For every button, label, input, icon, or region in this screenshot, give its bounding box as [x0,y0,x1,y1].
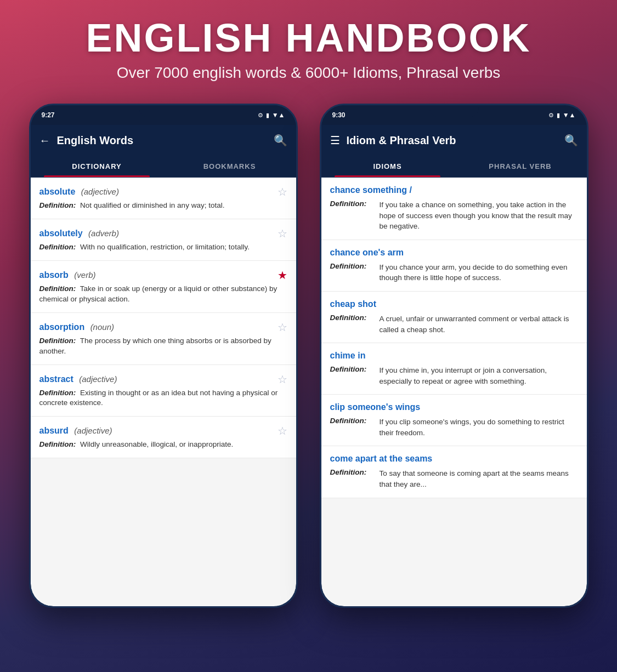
idiom-def-cheap-shot: A cruel, unfair or unwarranted comment o… [380,314,578,335]
word-absolutely: absolutely [39,229,83,238]
signal-icon-left: ▼▲ [272,111,285,119]
tabs-right: IDIOMS PHRASAL VERB [321,156,587,178]
idiom-def-chime-in: If you chime in, you interrupt or join a… [380,365,578,386]
phone-notch-left [139,105,188,117]
phone-screen-left: 9:27 ⚙ ▮ ▼▲ ← English Words 🔍 DICTIONARY [31,105,296,606]
menu-button-right[interactable]: ☰ [330,134,340,147]
idiom-def-row-clip-wings: Definition: If you clip someone's wings,… [330,417,578,438]
idiom-title-clip-wings: clip someone's wings [330,402,578,412]
idiom-title-come-apart: come apart at the seams [330,454,578,464]
entry-abstract-header: abstract (adjective) [39,374,117,384]
pos-absorb: (verb) [74,270,95,280]
entry-absurd: absurd (adjective) ☆ Definition: Wildly … [31,417,296,458]
status-icons-left: ⚙ ▮ ▼▲ [258,111,285,119]
bookmark-abstract[interactable]: ☆ [278,373,287,386]
sub-title: Over 7000 english words & 6000+ Idioms, … [11,64,606,82]
entry-absolutely: absolutely (adverb) ☆ Definition: With n… [31,219,296,261]
signal-icon-right: ▼▲ [563,111,576,119]
entry-absorb: absorb (verb) ★ Definition: Take in or s… [31,261,296,313]
pos-absurd: (adjective) [74,426,112,435]
word-absurd: absurd [39,426,69,435]
idiom-chance-arm: chance one's arm Definition: If you chan… [321,240,587,292]
def-absorption: Definition: The process by which one thi… [39,336,287,357]
entry-absorb-header: absorb (verb) [39,270,96,280]
word-absorb: absorb [39,270,69,280]
def-absurd: Definition: Wildly unreasonable, illogic… [39,440,287,450]
tab-idioms[interactable]: IDIOMS [321,156,454,177]
bookmark-absorption[interactable]: ☆ [278,321,287,334]
idiom-def-row-chance-something: Definition: If you take a chance on some… [330,200,578,232]
def-abstract: Definition: Existing in thought or as an… [39,388,287,409]
search-button-left[interactable]: 🔍 [274,134,287,147]
idiom-def-row-come-apart: Definition: To say that someone is comin… [330,468,578,489]
def-absorb: Definition: Take in or soak up (energy o… [39,284,287,305]
pos-absolutely: (adverb) [88,229,119,238]
idiom-chance-something: chance something / Definition: If you ta… [321,178,587,240]
settings-icon-right: ⚙ [548,112,554,119]
idiom-def-row-cheap-shot: Definition: A cruel, unfair or unwarrant… [330,314,578,335]
idiom-def-chance-something: If you take a chance on something, you t… [380,200,578,232]
battery-icon-right: ▮ [557,112,560,119]
bookmark-absurd[interactable]: ☆ [278,424,287,437]
idiom-def-come-apart: To say that someone is coming apart at t… [380,468,578,489]
entry-absolute: absolute (adjective) ☆ Definition: Not q… [31,178,296,219]
status-icons-right: ⚙ ▮ ▼▲ [548,111,576,119]
battery-icon-left: ▮ [266,112,269,119]
word-absolute: absolute [39,187,76,196]
entry-absorption-header: absorption (noun) [39,322,114,332]
pos-absolute: (adjective) [81,187,119,196]
status-time-left: 9:27 [42,111,55,119]
phone-right: 9:30 ⚙ ▮ ▼▲ ☰ Idiom & Phrasal Verb 🔍 IDI… [320,104,588,608]
idiom-title-cheap-shot: cheap shot [330,299,578,309]
idiom-def-row-chime-in: Definition: If you chime in, you interru… [330,365,578,386]
entry-abstract: abstract (adjective) ☆ Definition: Exist… [31,365,296,417]
tab-dictionary[interactable]: DICTIONARY [31,156,163,177]
tab-bookmarks[interactable]: BOOKMARKS [163,156,296,177]
content-right: chance something / Definition: If you ta… [321,178,587,606]
idiom-def-row-chance-arm: Definition: If you chance your arm, you … [330,262,578,283]
pos-absorption: (noun) [90,322,114,332]
app-bar-right: ☰ Idiom & Phrasal Verb 🔍 [321,125,587,156]
idiom-def-clip-wings: If you clip someone's wings, you do some… [380,417,578,438]
header-section: ENGLISH HANDBOOK Over 7000 english words… [0,0,617,93]
def-absolutely: Definition: With no qualification, restr… [39,242,287,253]
bookmark-absorb[interactable]: ★ [278,269,287,282]
tab-phrasal-verb[interactable]: PHRASAL VERB [454,156,587,177]
bookmark-absolute[interactable]: ☆ [278,185,287,198]
phone-notch-right [429,105,479,117]
idiom-clip-wings: clip someone's wings Definition: If you … [321,395,587,446]
app-bar-title-left: English Words [57,134,267,147]
bookmark-absolutely[interactable]: ☆ [278,227,287,240]
back-button-left[interactable]: ← [39,134,50,147]
entry-absorption: absorption (noun) ☆ Definition: The proc… [31,313,296,365]
def-absolute: Definition: Not qualified or diminished … [39,201,287,211]
idiom-def-chance-arm: If you chance your arm, you decide to do… [380,262,578,283]
settings-icon-left: ⚙ [258,112,263,119]
entry-absurd-header: absurd (adjective) [39,426,112,436]
entry-absolute-header: absolute (adjective) [39,187,119,197]
content-left: absolute (adjective) ☆ Definition: Not q… [31,178,296,606]
app-bar-title-right: Idiom & Phrasal Verb [347,134,558,147]
status-time-right: 9:30 [332,111,346,119]
phone-left: 9:27 ⚙ ▮ ▼▲ ← English Words 🔍 DICTIONARY [29,104,298,608]
idiom-title-chime-in: chime in [330,351,578,361]
app-bar-left: ← English Words 🔍 [31,125,296,156]
idiom-come-apart: come apart at the seams Definition: To s… [321,446,587,498]
search-button-right[interactable]: 🔍 [564,134,578,147]
idiom-title-chance-something: chance something / [330,185,578,195]
word-absorption: absorption [39,322,85,332]
pos-abstract: (adjective) [79,374,117,384]
idiom-cheap-shot: cheap shot Definition: A cruel, unfair o… [321,292,587,343]
phone-screen-right: 9:30 ⚙ ▮ ▼▲ ☰ Idiom & Phrasal Verb 🔍 IDI… [321,105,587,606]
main-title: ENGLISH HANDBOOK [11,16,606,60]
tabs-left: DICTIONARY BOOKMARKS [31,156,296,178]
phones-container: 9:27 ⚙ ▮ ▼▲ ← English Words 🔍 DICTIONARY [0,93,617,608]
idiom-chime-in: chime in Definition: If you chime in, yo… [321,343,587,395]
word-abstract: abstract [39,374,73,384]
idiom-title-chance-arm: chance one's arm [330,248,578,258]
entry-absolutely-header: absolutely (adverb) [39,229,119,238]
